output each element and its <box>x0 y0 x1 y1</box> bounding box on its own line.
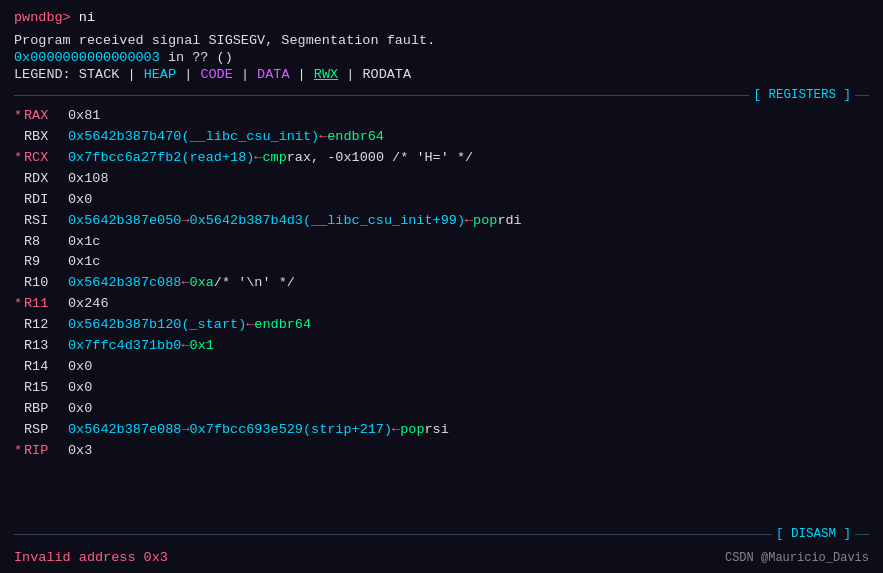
reg-value: 0x1c <box>68 252 100 273</box>
reg-sym: (read+18) <box>181 148 254 169</box>
legend-sep2: | <box>184 67 200 82</box>
reg-name: R9 <box>24 252 68 273</box>
reg-addr: 0x5642b387c088 <box>68 273 181 294</box>
reg-args: rdi <box>497 211 521 232</box>
table-row: RBP 0x0 <box>14 399 869 420</box>
reg-value: 0x0 <box>68 378 92 399</box>
legend-sep1: | <box>127 67 143 82</box>
reg-instr: endbr64 <box>254 315 311 336</box>
reg-value: 0x1c <box>68 232 100 253</box>
reg-value: 0x3 <box>68 441 92 462</box>
watermark-text: CSDN @Mauricio_Davis <box>725 551 869 565</box>
disasm-label: [ DISASM ] <box>772 527 855 541</box>
reg-sym: (_start) <box>181 315 246 336</box>
divider-line-right <box>855 95 869 96</box>
disasm-divider: [ DISASM ] <box>0 527 883 541</box>
reg-args: rsi <box>425 420 449 441</box>
registers-divider: [ REGISTERS ] <box>14 88 869 102</box>
table-row: R12 0x5642b387b120 (_start) ← endbr64 <box>14 315 869 336</box>
table-row: R14 0x0 <box>14 357 869 378</box>
reg-name: RSP <box>24 420 68 441</box>
table-row: RDI 0x0 <box>14 190 869 211</box>
fault-addr-rest: in ?? () <box>160 50 233 65</box>
reg-sym: (__libc_csu_init) <box>181 127 319 148</box>
reg-sym2: (__libc_csu_init+99) <box>303 211 465 232</box>
table-row: R8 0x1c <box>14 232 869 253</box>
reg-addr2: 0x5642b387b4d3 <box>190 211 303 232</box>
reg-name: RDI <box>24 190 68 211</box>
reg-addr: 0x5642b387b470 <box>68 127 181 148</box>
reg-arrow2: ← <box>465 211 473 232</box>
table-row: R13 0x7ffc4d371bb0 ← 0x1 <box>14 336 869 357</box>
prompt-text: pwndbg> <box>14 10 71 25</box>
table-row: * RAX 0x81 <box>14 106 869 127</box>
reg-addr: 0x7ffc4d371bb0 <box>68 336 181 357</box>
prompt-line: pwndbg> ni <box>14 10 869 25</box>
reg-arrow2: ← <box>392 420 400 441</box>
legend-rwx: RWX <box>314 67 338 82</box>
table-row: * RIP 0x3 <box>14 441 869 462</box>
reg-value: 0x108 <box>68 169 109 190</box>
reg-star: * <box>14 148 24 169</box>
legend-code: CODE <box>200 67 232 82</box>
reg-instr: pop <box>400 420 424 441</box>
reg-name: R14 <box>24 357 68 378</box>
reg-name: R15 <box>24 378 68 399</box>
reg-args: /* '\n' */ <box>214 273 295 294</box>
reg-arrow: ← <box>319 127 327 148</box>
reg-name: RIP <box>24 441 68 462</box>
reg-star: * <box>14 294 24 315</box>
reg-name: RBP <box>24 399 68 420</box>
reg-star: * <box>14 106 24 127</box>
command-text: ni <box>71 10 95 25</box>
reg-addr1: 0x5642b387e050 <box>68 211 181 232</box>
reg-name: R8 <box>24 232 68 253</box>
reg-name: RSI <box>24 211 68 232</box>
reg-addr: 0x5642b387b120 <box>68 315 181 336</box>
reg-name: RDX <box>24 169 68 190</box>
table-row: * RCX 0x7fbcc6a27fb2 (read+18) ← cmp rax… <box>14 148 869 169</box>
table-row: RSP 0x5642b387e088 → 0x7fbcc693e529 (str… <box>14 420 869 441</box>
addr-line: 0x0000000000000003 in ?? () <box>14 50 869 65</box>
reg-name: RAX <box>24 106 68 127</box>
legend-rodata: RODATA <box>362 67 411 82</box>
reg-name: R12 <box>24 315 68 336</box>
divider-line-right <box>855 534 869 535</box>
reg-arrow: ← <box>254 148 262 169</box>
reg-addr: 0x7fbcc6a27fb2 <box>68 148 181 169</box>
footer: Invalid address 0x3 CSDN @Mauricio_Davis <box>14 550 869 565</box>
invalid-addr-text: Invalid address 0x3 <box>14 550 168 565</box>
registers-label: [ REGISTERS ] <box>749 88 855 102</box>
reg-name: R13 <box>24 336 68 357</box>
reg-value: 0x0 <box>68 190 92 211</box>
reg-arrow1: → <box>181 420 189 441</box>
legend-label: LEGEND: <box>14 67 71 82</box>
reg-instr: 0x1 <box>190 336 214 357</box>
table-row: RDX 0x108 <box>14 169 869 190</box>
reg-star: * <box>14 441 24 462</box>
legend-heap: HEAP <box>144 67 176 82</box>
reg-args: rax, -0x1000 /* 'H=' */ <box>287 148 473 169</box>
table-row: RSI 0x5642b387e050 → 0x5642b387b4d3 (__l… <box>14 211 869 232</box>
reg-instr: pop <box>473 211 497 232</box>
legend-sep3: | <box>241 67 257 82</box>
legend-stack: STACK <box>79 67 120 82</box>
divider-line <box>14 534 772 535</box>
reg-arrow: ← <box>246 315 254 336</box>
reg-value: 0x0 <box>68 399 92 420</box>
table-row: R15 0x0 <box>14 378 869 399</box>
signal-line: Program received signal SIGSEGV, Segment… <box>14 33 869 48</box>
fault-addr: 0x0000000000000003 <box>14 50 160 65</box>
divider-line-left <box>14 95 749 96</box>
reg-instr: endbr64 <box>327 127 384 148</box>
reg-addr1: 0x5642b387e088 <box>68 420 181 441</box>
reg-value: 0x0 <box>68 357 92 378</box>
reg-arrow: ← <box>181 273 189 294</box>
reg-name: RCX <box>24 148 68 169</box>
table-row: * R11 0x246 <box>14 294 869 315</box>
reg-instr: cmp <box>262 148 286 169</box>
reg-value: 0x81 <box>68 106 100 127</box>
table-row: R9 0x1c <box>14 252 869 273</box>
reg-name: R11 <box>24 294 68 315</box>
reg-arrow: ← <box>181 336 189 357</box>
